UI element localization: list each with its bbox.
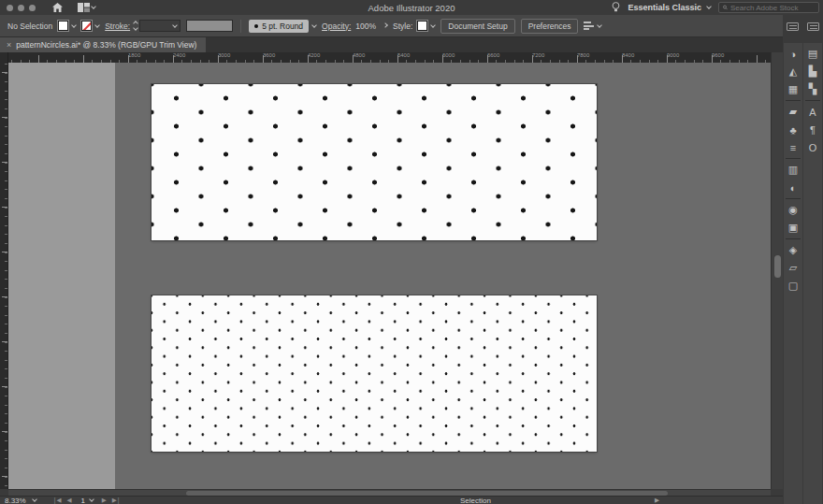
close-tab-icon[interactable]: ×	[7, 40, 11, 50]
traffic-lights	[7, 5, 36, 11]
dock-group-divider	[786, 238, 801, 239]
brush-preview-dot-icon	[254, 24, 258, 28]
style-label: Style:	[393, 22, 412, 31]
stock-search[interactable]	[718, 2, 819, 13]
divider	[240, 20, 241, 33]
panel-menu-icon[interactable]	[807, 22, 819, 31]
transparency-panel-icon[interactable]: ◐	[784, 179, 802, 196]
vertical-ruler[interactable]	[0, 63, 8, 489]
illustrator-window: Adobe Illustrator 2020 Essentials Classi…	[0, 0, 823, 504]
stroke-weight-dropdown[interactable]	[139, 20, 180, 32]
chevron-down-icon	[32, 497, 37, 502]
search-input[interactable]	[730, 4, 815, 12]
dock-column-left: ◑◭▦▰♣≡▥◐◉▣◈▱▢	[784, 43, 802, 504]
chevron-down-icon	[311, 22, 317, 28]
control-bar: No Selection Stroke: 5 pt. Round Opacity…	[0, 15, 823, 37]
chevron-down-icon	[430, 22, 436, 28]
vertical-scrollbar[interactable]	[771, 52, 783, 489]
home-icon[interactable]	[52, 3, 63, 12]
width-profile-dropdown[interactable]	[186, 20, 233, 32]
chevron-down-icon	[89, 497, 94, 502]
align-panel-icon[interactable]: ▙	[803, 63, 822, 80]
color-guide-panel-icon[interactable]: ◭	[784, 63, 802, 80]
symbols-panel-icon[interactable]: ♣	[784, 121, 802, 138]
dock-group-divider	[786, 158, 801, 159]
dock-group-divider	[805, 100, 820, 101]
vertical-scrollbar-thumb[interactable]	[774, 255, 781, 278]
zoom-window-icon[interactable]	[29, 5, 36, 11]
chevron-down-icon	[91, 4, 96, 9]
ruler-label: 7200	[532, 52, 544, 58]
collapse-panels-icon[interactable]	[787, 22, 799, 31]
artboard-2[interactable]	[152, 295, 597, 452]
search-icon	[723, 4, 728, 11]
artboard-number: 1	[80, 497, 84, 504]
canvas[interactable]	[8, 63, 771, 489]
pasteboard-object[interactable]	[8, 63, 115, 489]
ruler-label: 3000	[218, 52, 230, 58]
artboard-number-dropdown[interactable]: 1	[77, 497, 96, 504]
zoom-level-dropdown[interactable]: 8.33%	[5, 497, 26, 504]
app-layout-icon[interactable]	[78, 3, 95, 12]
brushes-panel-icon[interactable]: ▰	[784, 103, 802, 121]
asset-export-panel-icon[interactable]: ▢	[784, 277, 802, 295]
next-artboard-icon[interactable]: ▶	[102, 497, 108, 504]
document-tab[interactable]: × patternNcircles.ai* @ 8.33% (RGB/GPU T…	[0, 37, 206, 52]
chevron-right-icon	[383, 22, 388, 28]
color-panel-icon[interactable]: ◑	[784, 45, 802, 63]
align-options[interactable]	[584, 22, 601, 30]
layers-panel-icon[interactable]: ◈	[784, 241, 802, 259]
stroke-weight-label[interactable]: Stroke:	[105, 22, 130, 31]
status-popup-icon[interactable]: ▶	[655, 497, 659, 504]
chevron-down-icon	[706, 4, 712, 9]
ruler-label: 3600	[263, 52, 275, 58]
libraries-panel-icon[interactable]: ▤	[803, 45, 822, 63]
horizontal-scrollbar[interactable]	[8, 489, 771, 496]
horizontal-ruler[interactable]: 1800240030003600420048005400600066007200…	[8, 52, 771, 63]
stroke-swatch[interactable]	[81, 21, 99, 31]
document-setup-button[interactable]: Document Setup	[440, 19, 514, 34]
fill-swatch[interactable]	[58, 21, 76, 31]
minimize-window-icon[interactable]	[18, 5, 24, 11]
opacity-link[interactable]: Opacity:	[322, 22, 351, 31]
chevron-down-icon	[94, 22, 100, 28]
lightbulb-icon[interactable]	[612, 2, 620, 14]
opacity-value[interactable]: 100%	[355, 22, 376, 31]
status-tool-hint: Selection	[460, 497, 491, 504]
ruler-label: 4800	[353, 52, 365, 58]
chevron-down-icon	[71, 22, 77, 28]
chevron-down-icon	[598, 22, 603, 28]
gradient-panel-icon[interactable]: ▥	[784, 161, 802, 179]
status-bar: 8.33% |◀ ◀ 1 ▶ ▶| Selection ▶	[0, 496, 783, 504]
ruler-label: 7800	[577, 52, 589, 58]
artboards-panel-icon[interactable]: ▱	[784, 259, 802, 277]
dock-group-divider	[786, 100, 801, 101]
appearance-panel-icon[interactable]: ◉	[784, 201, 802, 219]
style-swatch[interactable]	[417, 21, 427, 31]
ruler-label: 6600	[487, 52, 499, 58]
dock-group-divider	[786, 198, 801, 199]
ruler-label: 9600	[712, 52, 724, 58]
chevron-down-icon	[172, 22, 178, 28]
paragraph-panel-icon[interactable]: ¶	[803, 121, 822, 138]
pathfinder-panel-icon[interactable]: ▚	[803, 80, 822, 98]
brush-definition-dropdown[interactable]: 5 pt. Round	[249, 20, 316, 33]
graphic-styles-panel-icon[interactable]: ▣	[784, 219, 802, 237]
last-artboard-icon[interactable]: ▶|	[112, 497, 121, 504]
workspace-switcher[interactable]: Essentials Classic	[628, 3, 711, 12]
fill-color-icon	[58, 21, 68, 31]
close-window-icon[interactable]	[7, 5, 13, 11]
ruler-label: 9000	[667, 52, 679, 58]
ruler-label: 6000	[442, 52, 455, 58]
panel-dock: ◑◭▦▰♣≡▥◐◉▣◈▱▢ ▤▙▚A¶O	[783, 15, 823, 504]
brush-definition-label: 5 pt. Round	[262, 22, 303, 31]
first-artboard-icon[interactable]: |◀	[54, 497, 63, 504]
preferences-button[interactable]: Preferences	[521, 19, 579, 34]
stroke-panel-icon[interactable]: ≡	[784, 138, 802, 156]
opentype-panel-icon[interactable]: O	[803, 138, 822, 156]
artboard-1[interactable]	[152, 84, 597, 240]
previous-artboard-icon[interactable]: ◀	[66, 497, 72, 504]
swatches-panel-icon[interactable]: ▦	[784, 80, 802, 98]
character-panel-icon[interactable]: A	[803, 103, 822, 121]
stroke-weight-stepper[interactable]	[134, 22, 137, 30]
